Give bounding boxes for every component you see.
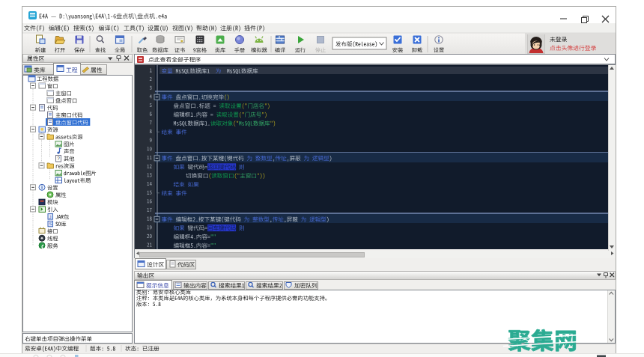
svg-text:J: J [49, 215, 52, 219]
svg-text:S: S [49, 222, 52, 226]
svg-text:?: ? [57, 156, 60, 161]
